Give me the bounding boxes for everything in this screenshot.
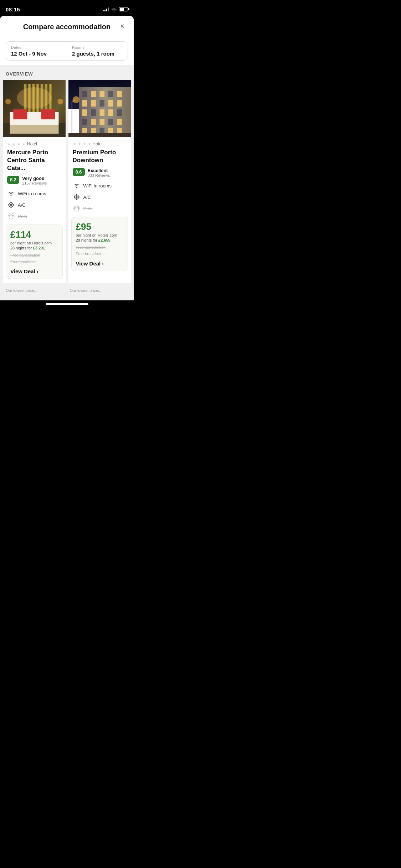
review-count-2: 833 Reviews [88, 173, 110, 177]
price-main-1: £114 [10, 229, 58, 240]
strike-breakfast-1: Free breakfast [10, 259, 58, 265]
wifi-label-2: WiFi in rooms [83, 183, 112, 188]
strike-breakfast-2: Free breakfast [76, 251, 124, 257]
hotel-info-2: ★ ★ ★ ★ Hotel Premium Porto Downtown 8.6… [68, 137, 131, 212]
hotel-stars-2: ★ ★ ★ ★ Hotel [73, 141, 127, 146]
hotel-card-1: ★ ★ ★ ★ Hotel Mercure Porto Centro Santa… [3, 80, 66, 283]
star-icon: ★ [78, 142, 81, 146]
close-button[interactable]: × [117, 21, 128, 32]
price-total-2: 28 nights for £2,655 [76, 238, 124, 242]
hotel-info-1: ★ ★ ★ ★ Hotel Mercure Porto Centro Santa… [3, 137, 66, 220]
rating-label-2: Excellent [88, 168, 110, 173]
amenity-ac-2: A/C [73, 193, 127, 201]
view-deal-arrow-1: › [37, 269, 38, 274]
view-deal-arrow-2: › [102, 261, 104, 267]
rating-badge-1: 8.2 [7, 176, 19, 184]
dates-label: Dates [11, 45, 62, 50]
amenity-wifi-2: WiFi in rooms [73, 182, 127, 190]
hotel-stars-1: ★ ★ ★ ★ Hotel [7, 141, 61, 146]
price-box-2: £95 per night on Hotels.com 28 nights fo… [71, 217, 128, 271]
search-section: Dates 12 Oct - 9 Nov Rooms 2 guests, 1 r… [0, 37, 134, 65]
wifi-icon [111, 7, 117, 11]
wifi-amenity-icon-2 [73, 182, 81, 190]
amenity-ac-1: A/C [7, 201, 61, 209]
strike-cancellation-2: Free cancellation [76, 244, 124, 251]
rating-label-1: Very good [22, 176, 47, 181]
hotel-image-1 [3, 80, 66, 137]
wifi-amenity-icon-1 [7, 190, 15, 197]
home-indicator [0, 300, 134, 306]
star-icon: ★ [88, 142, 91, 146]
bottom-partial: Our lowest price... Our lowest price... [0, 283, 134, 300]
star-icon: ★ [73, 142, 76, 146]
svg-point-28 [74, 206, 76, 208]
view-deal-button-1[interactable]: View Deal › [10, 268, 38, 274]
overview-label: OVERVIEW [0, 65, 134, 80]
status-bar: 08:15 [0, 0, 134, 16]
wifi-label-1: WiFi in rooms [18, 191, 46, 196]
rooms-cell[interactable]: Rooms 2 guests, 1 room [67, 42, 128, 60]
hotel-rating-1: 8.2 Very good 2157 Reviews [7, 176, 61, 185]
modal-header: Compare accommodation × [0, 16, 134, 37]
pets-label-1: Pets [18, 214, 27, 219]
hotel-name-2: Premium Porto Downtown [73, 149, 127, 164]
pets-icon-2 [73, 205, 81, 212]
pets-label-2: Pets [83, 206, 93, 211]
review-count-1: 2157 Reviews [22, 181, 47, 185]
price-total-1: 28 nights for £3,201 [10, 246, 58, 250]
search-row: Dates 12 Oct - 9 Nov Rooms 2 guests, 1 r… [6, 41, 128, 61]
ac-label-2: A/C [83, 195, 91, 200]
bottom-left: Our lowest price... [3, 286, 67, 295]
home-bar [46, 303, 88, 305]
strike-cancellation-1: Free cancellation [10, 252, 58, 259]
dates-value: 12 Oct - 9 Nov [11, 51, 62, 57]
hotels-grid: ★ ★ ★ ★ Hotel Mercure Porto Centro Santa… [0, 80, 134, 283]
price-box-1: £114 per night on Hotels.com 28 nights f… [6, 224, 63, 279]
ac-label-1: A/C [18, 202, 26, 208]
app-container: Compare accommodation × Dates 12 Oct - 9… [0, 16, 134, 300]
star-icon: ★ [83, 142, 86, 146]
ac-icon-1 [7, 201, 15, 209]
hotel-photo-1 [3, 80, 66, 137]
amenity-wifi-1: WiFi in rooms [7, 190, 61, 197]
rooms-label: Rooms [72, 45, 123, 50]
amenity-pets-2: Pets [73, 205, 127, 212]
svg-point-13 [12, 214, 13, 216]
amenity-pets-1: Pets [7, 212, 61, 220]
star-icon: ★ [7, 142, 11, 146]
hotel-type-2: Hotel [93, 141, 103, 146]
pets-icon-1 [7, 212, 15, 220]
signal-icon [103, 7, 109, 11]
star-icon: ★ [12, 142, 16, 146]
rating-badge-2: 8.6 [73, 168, 85, 176]
hotel-image-2 [68, 80, 131, 137]
price-per-night-2: per night on Hotels.com [76, 233, 124, 237]
status-time: 08:15 [6, 6, 20, 12]
svg-point-29 [77, 206, 79, 208]
hotel-name-1: Mercure Porto Centro Santa Cata... [7, 149, 61, 172]
star-icon: ★ [22, 142, 26, 146]
hotel-photo-2 [68, 80, 131, 137]
hotel-rating-2: 8.6 Excellent 833 Reviews [73, 168, 127, 177]
battery-icon [119, 7, 128, 11]
rooms-value: 2 guests, 1 room [72, 51, 123, 57]
view-deal-button-2[interactable]: View Deal › [76, 260, 104, 267]
star-icon: ★ [17, 142, 21, 146]
hotel-card-2: ★ ★ ★ ★ Hotel Premium Porto Downtown 8.6… [68, 80, 131, 283]
hotel-type-1: Hotel [27, 141, 37, 146]
bottom-right: Our lowest price... [67, 286, 131, 295]
svg-point-12 [9, 214, 10, 216]
ac-icon-2 [73, 193, 81, 201]
modal-title: Compare accommodation [23, 23, 111, 31]
status-icons [103, 7, 128, 11]
price-per-night-1: per night on Hotels.com [10, 241, 58, 245]
price-main-2: £95 [76, 221, 124, 232]
dates-cell[interactable]: Dates 12 Oct - 9 Nov [6, 42, 67, 60]
